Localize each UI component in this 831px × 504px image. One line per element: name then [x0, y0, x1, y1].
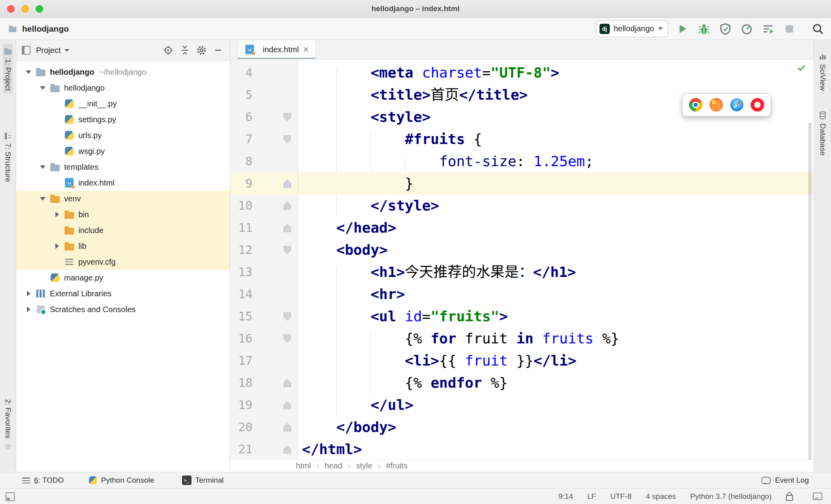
fold-marker[interactable]: [283, 113, 291, 121]
settings-button[interactable]: [195, 44, 208, 57]
indent-setting[interactable]: 4 spaces: [646, 492, 676, 501]
fold-marker[interactable]: [283, 246, 291, 254]
profiler-button[interactable]: [740, 22, 753, 36]
code-line-18[interactable]: 18 {% endfor %}: [230, 372, 814, 394]
code-area[interactable]: 4 <meta charset="UTF-8">5 <title>首页</tit…: [230, 59, 814, 460]
tree-item-manage-py[interactable]: manage.py: [16, 270, 230, 286]
fold-marker[interactable]: [283, 312, 291, 321]
tool-button-favorites[interactable]: 2: Favorites: [4, 396, 12, 454]
tree-item-lib[interactable]: lib: [16, 238, 230, 254]
fold-marker[interactable]: [283, 423, 291, 432]
tree-item-urls-py[interactable]: urls.py: [16, 127, 230, 143]
expand-arrow[interactable]: [36, 197, 49, 201]
hide-panel-button[interactable]: [212, 44, 224, 57]
event-log-button[interactable]: Event Log: [761, 476, 809, 485]
code-line-20[interactable]: 20 </body>: [230, 416, 814, 438]
code-line-8[interactable]: 8 font-size: 1.25em;: [230, 150, 814, 172]
tool-button-sciview[interactable]: SciView: [818, 49, 827, 94]
code-line-11[interactable]: 11 </head>: [230, 217, 814, 239]
collapse-all-button[interactable]: [178, 44, 191, 57]
expand-arrow[interactable]: [22, 307, 35, 312]
breadcrumb-html[interactable]: html: [296, 461, 311, 470]
todo-button[interactable]: 6: TODO: [22, 476, 64, 485]
code-line-13[interactable]: 13 <h1>今天推荐的水果是：</h1>: [230, 261, 814, 283]
tree-item-pyvenv-cfg[interactable]: pyvenv.cfg: [16, 254, 230, 270]
fold-marker[interactable]: [283, 201, 291, 210]
fold-marker[interactable]: [283, 135, 291, 144]
code-line-7[interactable]: 7 #fruits {: [230, 128, 814, 150]
fold-marker[interactable]: [283, 445, 291, 454]
code-line-15[interactable]: 15 <ul id="fruits">: [230, 305, 814, 328]
tree-item-include[interactable]: include: [16, 222, 230, 238]
tool-window-switcher-icon[interactable]: [6, 492, 15, 501]
tree-item-wsgi-py[interactable]: wsgi.py: [16, 143, 230, 159]
lock-icon[interactable]: [786, 495, 793, 501]
tool-button-project[interactable]: 1: Project: [3, 44, 13, 94]
tree-item--init-py[interactable]: __init__.py: [16, 96, 230, 112]
code-line-4[interactable]: 4 <meta charset="UTF-8">: [230, 62, 814, 84]
line-separator[interactable]: LF: [587, 492, 596, 501]
tool-button-database[interactable]: Database: [818, 108, 827, 159]
tree-item-settings-py[interactable]: settings.py: [16, 112, 230, 127]
locate-file-button[interactable]: [162, 44, 175, 57]
close-tab-icon[interactable]: [303, 46, 309, 53]
fold-marker[interactable]: [283, 334, 291, 343]
search-everywhere-button[interactable]: [811, 22, 825, 36]
tree-item-external-libraries[interactable]: External Libraries: [16, 286, 230, 301]
tree-item-scratches-and-consoles[interactable]: Scratches and Consoles: [16, 301, 230, 317]
editor-scrollbar[interactable]: [808, 123, 812, 460]
tree-item-hellodjango[interactable]: hellodjango: [16, 80, 230, 96]
chrome-browser-icon[interactable]: [689, 98, 702, 112]
breadcrumb-fruits[interactable]: #fruits: [386, 461, 407, 470]
code-line-12[interactable]: 12 <body>: [230, 239, 814, 261]
expand-arrow[interactable]: [22, 70, 35, 74]
run-configuration-selector[interactable]: dj hellodjango: [596, 21, 668, 37]
code-line-16[interactable]: 16 {% for fruit in fruits %}: [230, 328, 814, 350]
minimize-window-button[interactable]: [21, 5, 29, 13]
run-with-parameters-button[interactable]: [761, 22, 775, 36]
code-line-19[interactable]: 19 </ul>: [230, 394, 814, 416]
inspections-ok-icon[interactable]: [796, 63, 806, 74]
code-line-14[interactable]: 14 <hr>: [230, 283, 814, 305]
tab-index-html[interactable]: index.html: [237, 40, 316, 59]
stop-button[interactable]: [783, 22, 796, 36]
fold-marker[interactable]: [283, 224, 291, 232]
run-with-coverage-button[interactable]: [719, 22, 732, 36]
tree-item-index-html[interactable]: index.html: [16, 175, 230, 191]
expand-arrow[interactable]: [50, 243, 64, 249]
firefox-browser-icon[interactable]: [710, 98, 723, 112]
code-line-10[interactable]: 10 </style>: [230, 195, 814, 217]
expand-arrow[interactable]: [36, 86, 49, 90]
reader-mode-icon[interactable]: [813, 493, 822, 500]
run-button[interactable]: [676, 22, 689, 36]
code-line-21[interactable]: 21</html>: [230, 438, 814, 460]
tool-button-structure[interactable]: 7: Structure: [4, 129, 12, 185]
expand-arrow[interactable]: [22, 291, 35, 296]
expand-arrow[interactable]: [50, 212, 64, 217]
expand-arrow[interactable]: [36, 165, 49, 169]
caret-position[interactable]: 9:14: [558, 492, 573, 501]
search-icon: [812, 23, 824, 35]
terminal-button[interactable]: Terminal: [182, 476, 224, 485]
tree-item-bin[interactable]: bin: [16, 207, 230, 222]
opera-browser-icon[interactable]: [751, 98, 764, 112]
safari-browser-icon[interactable]: [730, 98, 744, 112]
tree-item-venv[interactable]: venv: [16, 191, 230, 207]
code-line-17[interactable]: 17 <li>{{ fruit }}</li>: [230, 350, 814, 372]
fold-marker[interactable]: [283, 379, 291, 387]
chevron-down-icon[interactable]: [65, 49, 69, 52]
close-window-button[interactable]: [7, 5, 15, 13]
tree-item-templates[interactable]: templates: [16, 159, 230, 175]
breadcrumb-head[interactable]: head: [324, 461, 342, 470]
file-encoding[interactable]: UTF-8: [610, 492, 632, 501]
fold-marker[interactable]: [283, 401, 291, 409]
python-interpreter[interactable]: Python 3.7 (hellodjango): [690, 492, 772, 501]
breadcrumb-style[interactable]: style: [356, 461, 372, 470]
tree-item-hellodjango[interactable]: hellodjango~/hellodjango: [16, 64, 230, 80]
debug-button[interactable]: [697, 22, 711, 36]
fold-marker[interactable]: [283, 179, 291, 188]
code-line-9[interactable]: 9 }: [230, 172, 814, 195]
project-panel-title[interactable]: Project: [36, 46, 61, 55]
zoom-window-button[interactable]: [36, 5, 43, 13]
python-console-button[interactable]: Python Console: [89, 476, 154, 485]
